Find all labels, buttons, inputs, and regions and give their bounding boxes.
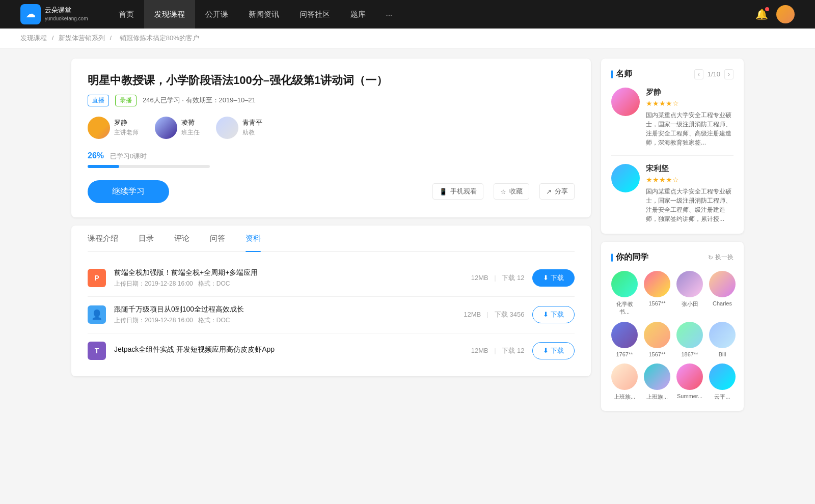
bell-icon[interactable]: 🔔 <box>755 8 768 20</box>
nav-item-more[interactable]: ··· <box>376 0 403 29</box>
classmate-avatar-2 <box>644 271 670 297</box>
teachers-card-title: 名师 ‹ 1/10 › <box>611 69 734 79</box>
classmate-2[interactable]: 1567** <box>644 271 670 316</box>
mobile-watch-button[interactable]: 📱 手机观看 <box>432 183 483 200</box>
tab-qa[interactable]: 问答 <box>210 226 225 251</box>
classmate-name-9: 上班族... <box>614 393 635 401</box>
classmate-avatar-5 <box>611 322 638 348</box>
nav-item-news[interactable]: 新闻资讯 <box>238 0 289 29</box>
teacher-avatar-luojing <box>88 117 110 139</box>
badge-live: 直播 <box>88 95 109 106</box>
teacher-stars-luojing: ★★★★☆ <box>646 99 734 107</box>
teacher-stars-songlijian: ★★★★☆ <box>646 176 734 184</box>
classmate-name-12: 云平... <box>714 393 730 401</box>
teacher-card-luojing: 罗静 ★★★★☆ 国内某重点大学安全工程专业硕士，国家一级注册消防工程师、注册安… <box>611 88 734 156</box>
teacher-role-linhe: 班主任 <box>181 128 200 137</box>
nav-item-qa[interactable]: 问答社区 <box>289 0 340 29</box>
teacher-card-desc-songlijian: 国内某重点大学安全工程专业硕士，国家一级注册消防工程师、注册安全工程师、级注册建… <box>646 187 734 223</box>
classmate-bill[interactable]: Bill <box>709 322 736 357</box>
classmate-10[interactable]: 上班族... <box>644 363 670 401</box>
classmate-5[interactable]: 1767** <box>611 322 638 357</box>
classmates-title-text: 你的同学 <box>611 252 648 263</box>
badge-record: 录播 <box>115 95 137 106</box>
refresh-classmates-button[interactable]: ↻ 换一换 <box>708 253 734 262</box>
classmate-6[interactable]: 1567** <box>644 322 670 357</box>
right-panel: 名师 ‹ 1/10 › 罗静 ★★★★☆ 国内某重点大学安全工程专业硕士，国家一… <box>601 59 744 419</box>
tab-materials[interactable]: 资料 <box>246 226 261 251</box>
logo[interactable]: ☁ 云朵课堂yunduoketang.com <box>20 4 88 24</box>
teacher-page-num: 1/10 <box>708 70 720 78</box>
favorite-label: 收藏 <box>509 187 523 196</box>
teacher-info-linhe: 凌荷 班主任 <box>181 118 200 137</box>
title-bar-icon <box>611 70 613 78</box>
classmate-avatar-11 <box>676 363 703 390</box>
teacher-avatar-linhe <box>155 117 177 139</box>
classmate-name-2: 1567** <box>648 300 665 306</box>
classmate-charles[interactable]: Charles <box>709 271 736 316</box>
teacher-card-avatar-songlijian <box>611 164 640 192</box>
nav-item-home[interactable]: 首页 <box>108 0 144 29</box>
breadcrumb-discover[interactable]: 发现课程 <box>20 34 47 42</box>
classmates-title-bar-icon <box>611 254 613 262</box>
teacher-luojing: 罗静 主讲老师 <box>88 117 139 139</box>
teacher-avatar-qingping <box>216 117 238 139</box>
action-icons: 📱 手机观看 ☆ 收藏 ↗ 分享 <box>432 183 575 200</box>
tab-intro[interactable]: 课程介绍 <box>88 226 118 251</box>
resource-item-2: 👤 跟随千万级项目从0到100全过程高效成长 上传日期：2019-12-28 1… <box>88 297 575 333</box>
download-button-1[interactable]: ⬇ 下载 <box>532 269 575 287</box>
course-title: 明星中教授课，小学阶段语法100分–强化级第1讲动词（一） <box>88 73 575 89</box>
classmate-12[interactable]: 云平... <box>709 363 736 401</box>
classmates-grid: 化学教书... 1567** 张小田 Charles 1767** <box>611 271 734 401</box>
classmate-9[interactable]: 上班族... <box>611 363 638 401</box>
left-panel: 明星中教授课，小学阶段语法100分–强化级第1讲动词（一） 直播 录播 246人… <box>71 59 591 419</box>
favorite-button[interactable]: ☆ 收藏 <box>494 183 529 200</box>
classmate-name-6: 1567** <box>648 351 665 357</box>
teacher-card-avatar-luojing <box>611 88 640 116</box>
classmate-avatar-6 <box>644 322 670 348</box>
teacher-role-qingping: 助教 <box>242 128 262 137</box>
resource-list: P 前端全栈加强版！前端全栈+全周期+多端应用 上传日期：2019-12-28 … <box>88 252 575 376</box>
logo-icon: ☁ <box>20 4 41 24</box>
tabs-section: 课程介绍 目录 评论 问答 资料 P 前端全栈加强版！前端全栈+全周期+多端应用… <box>71 226 591 376</box>
resource-item-3: T Jetpack全组件实战 开发短视频应用高仿皮皮虾App 12MB | 下载… <box>88 333 575 368</box>
teacher-name-qingping: 青青平 <box>242 118 262 127</box>
continue-learning-button[interactable]: 继续学习 <box>88 180 169 203</box>
classmate-name-1: 化学教书... <box>611 300 638 316</box>
share-button[interactable]: ↗ 分享 <box>539 183 575 200</box>
mobile-icon: 📱 <box>439 188 447 195</box>
teacher-card-body-songlijian: 宋利坚 ★★★★☆ 国内某重点大学安全工程专业硕士，国家一级注册消防工程师、注册… <box>646 164 734 223</box>
classmate-7[interactable]: 1867** <box>676 322 703 357</box>
breadcrumb-current: 销冠修炼术搞定80%的客户 <box>120 34 199 42</box>
resource-size-2: 12MB | 下载 3456 <box>464 310 524 319</box>
classmate-name-3: 张小田 <box>682 300 698 308</box>
download-button-2[interactable]: ⬇ 下载 <box>532 306 575 323</box>
tab-review[interactable]: 评论 <box>174 226 189 251</box>
teacher-linhe: 凌荷 班主任 <box>155 117 200 139</box>
teacher-name-luojing: 罗静 <box>114 118 139 127</box>
nav-item-quiz[interactable]: 题库 <box>340 0 376 29</box>
classmate-3[interactable]: 张小田 <box>676 271 703 316</box>
tab-catalog[interactable]: 目录 <box>139 226 154 251</box>
classmate-name-bill: Bill <box>719 351 726 357</box>
classmate-1[interactable]: 化学教书... <box>611 271 638 316</box>
classmate-11[interactable]: Summer... <box>676 363 703 401</box>
nav-item-discover[interactable]: 发现课程 <box>144 0 195 29</box>
teacher-info-qingping: 青青平 助教 <box>242 118 262 137</box>
resource-size-1: 12MB | 下载 12 <box>471 273 525 283</box>
next-teacher-button[interactable]: › <box>724 69 734 79</box>
classmate-avatar-charles <box>709 271 736 297</box>
nav-item-open[interactable]: 公开课 <box>195 0 238 29</box>
teacher-card-desc-luojing: 国内某重点大学安全工程专业硕士，国家一级注册消防工程师、注册安全工程师、高级注册… <box>646 110 734 147</box>
resource-name-2: 跟随千万级项目从0到100全过程高效成长 <box>114 305 455 314</box>
course-card: 明星中教授课，小学阶段语法100分–强化级第1讲动词（一） 直播 录播 246人… <box>71 59 591 217</box>
classmates-card-header: 你的同学 ↻ 换一换 <box>611 252 734 263</box>
resource-icon-1: P <box>88 269 106 287</box>
prev-teacher-button[interactable]: ‹ <box>694 69 703 79</box>
progress-bar-bg <box>88 165 210 168</box>
action-row: 继续学习 📱 手机观看 ☆ 收藏 ↗ 分享 <box>88 180 575 203</box>
user-avatar-nav[interactable] <box>776 5 795 23</box>
download-button-3[interactable]: ⬇ 下载 <box>532 342 575 359</box>
share-label: 分享 <box>555 187 568 196</box>
breadcrumb: 发现课程 / 新媒体营销系列 / 销冠修炼术搞定80%的客户 <box>0 29 815 48</box>
breadcrumb-series[interactable]: 新媒体营销系列 <box>59 34 105 42</box>
